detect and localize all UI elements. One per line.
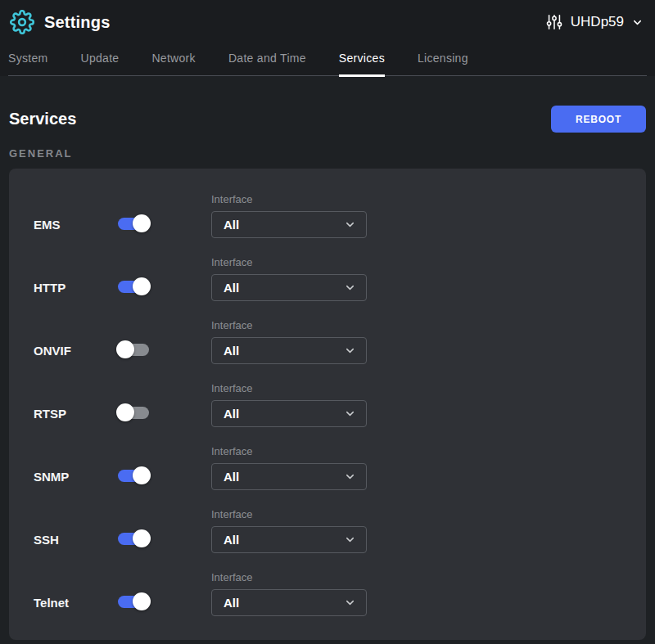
interface-select[interactable]: All <box>211 589 367 616</box>
device-selector[interactable]: UHDp59 <box>545 13 644 31</box>
service-name-label: SNMP <box>34 463 69 490</box>
toggle-knob <box>116 403 134 421</box>
tab[interactable]: Date and Time <box>228 52 306 75</box>
tab[interactable]: Services <box>339 52 385 75</box>
chevron-down-icon <box>344 218 356 231</box>
interface-select[interactable]: All <box>211 526 367 553</box>
tab-bar-container: System Update Network Date and Time Serv… <box>0 44 655 76</box>
interface-field: Interface All <box>211 445 367 490</box>
title-row: Services REBOOT <box>9 106 646 133</box>
interface-select[interactable]: All <box>211 463 367 490</box>
tab[interactable]: Update <box>80 52 119 75</box>
tab[interactable]: Licensing <box>418 52 468 75</box>
interface-label: Interface <box>211 256 367 268</box>
toggle-knob <box>133 466 151 484</box>
interface-select-value: All <box>224 470 239 484</box>
service-row: SNMP Interface All <box>9 440 646 503</box>
interface-label: Interface <box>211 508 367 520</box>
service-name-label: SSH <box>34 526 59 553</box>
interface-select[interactable]: All <box>211 337 367 364</box>
services-page: Services REBOOT GENERAL EMS Interface Al… <box>0 106 655 640</box>
services-card: EMS Interface All HTTP <box>9 169 646 640</box>
sliders-icon <box>545 13 563 31</box>
interface-field: Interface All <box>211 571 367 616</box>
interface-field: Interface All <box>211 508 367 553</box>
chevron-down-icon <box>344 597 356 609</box>
app-title: Settings <box>44 13 111 32</box>
interface-select-value: All <box>224 596 239 610</box>
interface-select-value: All <box>224 533 239 547</box>
chevron-down-icon <box>344 408 356 420</box>
interface-select-value: All <box>224 407 239 421</box>
interface-select[interactable]: All <box>211 274 367 301</box>
service-toggle[interactable] <box>118 344 149 356</box>
interface-select[interactable]: All <box>211 400 367 427</box>
service-toggle[interactable] <box>118 218 149 230</box>
service-name-label: RTSP <box>34 400 66 427</box>
interface-label: Interface <box>211 382 367 394</box>
service-row: Telnet Interface All <box>9 566 646 629</box>
service-toggle[interactable] <box>118 596 149 608</box>
interface-label: Interface <box>211 319 367 331</box>
service-name-label: Telnet <box>34 589 69 616</box>
service-name-label: HTTP <box>34 274 66 301</box>
chevron-down-icon <box>631 16 644 29</box>
section-label-general: GENERAL <box>9 147 646 160</box>
toggle-knob <box>133 277 151 295</box>
service-row: SSH Interface All <box>9 503 646 566</box>
interface-field: Interface All <box>211 319 367 364</box>
device-name: UHDp59 <box>571 14 624 30</box>
service-name-label: EMS <box>34 211 61 238</box>
gear-icon <box>9 9 35 35</box>
service-toggle[interactable] <box>118 281 149 293</box>
interface-label: Interface <box>211 571 367 583</box>
chevron-down-icon <box>344 345 356 357</box>
toggle-knob <box>133 529 151 547</box>
tab[interactable]: Network <box>151 52 195 75</box>
interface-label: Interface <box>211 193 367 205</box>
interface-field: Interface All <box>211 256 367 301</box>
page-title: Services <box>9 110 76 128</box>
toggle-knob <box>133 592 151 610</box>
interface-select-value: All <box>224 344 239 358</box>
interface-select[interactable]: All <box>211 211 367 238</box>
app-header: Settings UHDp59 <box>0 0 655 44</box>
chevron-down-icon <box>344 534 356 546</box>
tab-bar: System Update Network Date and Time Serv… <box>8 44 647 76</box>
toggle-knob <box>116 340 134 358</box>
service-toggle[interactable] <box>118 407 149 419</box>
service-toggle[interactable] <box>118 533 149 545</box>
interface-field: Interface All <box>211 382 367 427</box>
chevron-down-icon <box>344 471 356 483</box>
toggle-knob <box>133 214 151 232</box>
service-row: HTTP Interface All <box>9 251 646 314</box>
interface-select-value: All <box>224 218 239 232</box>
interface-label: Interface <box>211 445 367 457</box>
tab[interactable]: System <box>8 52 47 75</box>
interface-select-value: All <box>224 281 239 295</box>
service-row: EMS Interface All <box>9 188 646 251</box>
reboot-button[interactable]: REBOOT <box>551 106 646 133</box>
interface-field: Interface All <box>211 193 367 238</box>
service-row: RTSP Interface All <box>9 377 646 440</box>
chevron-down-icon <box>344 281 356 294</box>
service-row: ONVIF Interface All <box>9 314 646 377</box>
service-name-label: ONVIF <box>34 337 71 364</box>
service-toggle[interactable] <box>118 470 149 482</box>
